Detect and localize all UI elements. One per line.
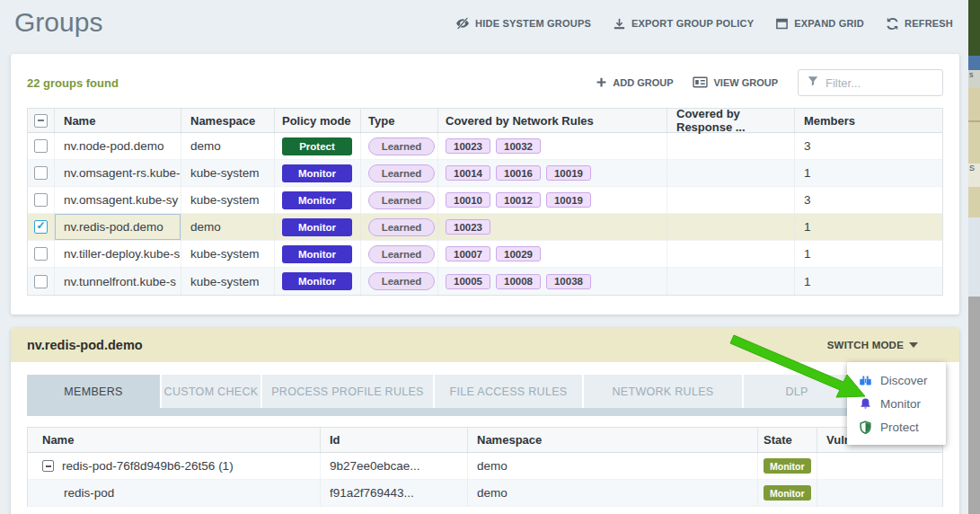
members-count: 3: [795, 133, 942, 159]
members-count: 1: [795, 160, 942, 186]
member-namespace: demo: [468, 480, 758, 506]
col-response-rules[interactable]: Covered by Response ...: [667, 109, 795, 132]
tab-strip: [27, 408, 943, 416]
member-id: f91a2f769443...: [321, 480, 468, 506]
col-member-namespace[interactable]: Namespace: [468, 428, 758, 452]
member-vulnerabilities: [817, 480, 942, 506]
group-namespace: demo: [181, 214, 275, 240]
member-row[interactable]: redis-pod f91a2f769443... demo Monitor: [28, 480, 942, 507]
response-rules-cell: [667, 160, 795, 186]
member-id: 9b27ee0ebcae...: [321, 453, 468, 479]
members-count: 3: [795, 187, 942, 213]
network-rule-chip: 10023: [446, 138, 490, 154]
select-all-checkbox[interactable]: [34, 114, 48, 128]
add-group-button[interactable]: ADD GROUP: [596, 76, 673, 90]
collapse-icon[interactable]: [42, 460, 54, 472]
chevron-down-icon: [909, 342, 918, 348]
switch-mode-menu: Discover Monitor Protect: [847, 362, 946, 445]
member-row[interactable]: redis-pod-76f8d949b6-26t56 (1) 9b27ee0eb…: [28, 453, 942, 480]
member-name: redis-pod-76f8d949b6-26t56 (1): [62, 459, 234, 473]
menu-item-monitor-label: Monitor: [880, 397, 921, 411]
col-network-rules[interactable]: Covered by Network Rules: [438, 109, 667, 132]
network-rule-chip: 10019: [546, 192, 591, 208]
col-type[interactable]: Type: [361, 109, 438, 132]
filter-input[interactable]: [825, 76, 934, 90]
tab-network-rules[interactable]: NETWORK RULES: [584, 375, 742, 408]
col-member-state[interactable]: State: [758, 428, 817, 452]
row-checkbox[interactable]: [34, 275, 48, 288]
hide-system-groups-button[interactable]: HIDE SYSTEM GROUPS: [455, 16, 591, 31]
table-row[interactable]: nv.node-pod.demo demo Protect Learned 10…: [28, 133, 942, 160]
response-rules-cell: [667, 241, 795, 267]
member-name: redis-pod: [64, 486, 114, 500]
network-rule-chip: 10016: [496, 165, 541, 181]
export-group-policy-button[interactable]: EXPORT GROUP POLICY: [613, 17, 754, 31]
bell-icon: [859, 397, 872, 411]
tab-members[interactable]: MEMBERS: [27, 375, 160, 408]
menu-item-monitor[interactable]: Monitor: [847, 392, 946, 415]
col-policy-mode[interactable]: Policy mode: [275, 109, 361, 132]
row-checkbox[interactable]: [34, 166, 48, 180]
policy-mode-badge: Monitor: [282, 245, 352, 263]
row-checkbox[interactable]: [34, 247, 48, 261]
table-row[interactable]: nv.omsagent-rs.kube- kube-system Monitor…: [28, 160, 942, 187]
tab-process-profile-rules[interactable]: PROCESS PROFILE RULES: [262, 375, 433, 408]
col-namespace[interactable]: Namespace: [181, 109, 275, 132]
policy-mode-badge: Monitor: [282, 218, 352, 236]
col-member-name[interactable]: Name: [28, 428, 321, 452]
menu-item-discover-label: Discover: [880, 374, 928, 387]
network-rule-chip: 10012: [496, 192, 541, 208]
row-checkbox-checked[interactable]: [34, 220, 48, 234]
row-checkbox[interactable]: [34, 139, 48, 153]
refresh-button[interactable]: REFRESH: [886, 17, 953, 31]
group-namespace: kube-system: [181, 268, 275, 295]
header-actions: HIDE SYSTEM GROUPS EXPORT GROUP POLICY E…: [455, 16, 953, 31]
groups-table: Name Namespace Policy mode Type Covered …: [27, 108, 943, 296]
switch-mode-button[interactable]: SWITCH MODE: [827, 340, 918, 350]
menu-item-protect-label: Protect: [880, 421, 919, 434]
col-member-id[interactable]: Id: [321, 428, 468, 452]
refresh-label: REFRESH: [905, 18, 953, 29]
network-rule-chip: 10010: [446, 192, 490, 208]
policy-mode-badge: Monitor: [282, 191, 352, 209]
expand-grid-button[interactable]: EXPAND GRID: [775, 17, 864, 31]
shield-icon: [859, 421, 872, 434]
group-namespace: demo: [181, 133, 275, 159]
col-name[interactable]: Name: [55, 109, 181, 132]
background-window-sliver: s S: [968, 0, 980, 514]
expand-grid-label: EXPAND GRID: [794, 18, 864, 29]
network-rule-chip: 10019: [546, 165, 591, 181]
group-name: nv.node-pod.demo: [55, 133, 181, 159]
table-row[interactable]: nv.omsagent.kube-sy kube-system Monitor …: [28, 187, 942, 214]
policy-mode-badge: Monitor: [282, 272, 352, 290]
menu-item-discover[interactable]: Discover: [847, 368, 946, 392]
col-members[interactable]: Members: [795, 109, 942, 132]
network-rule-chip: 10029: [496, 246, 541, 261]
menu-item-protect[interactable]: Protect: [847, 415, 946, 439]
members-count: 1: [795, 214, 942, 240]
row-checkbox[interactable]: [34, 193, 48, 207]
type-badge: Learned: [368, 191, 435, 209]
group-namespace: kube-system: [181, 160, 275, 186]
switch-mode-label: SWITCH MODE: [827, 340, 904, 350]
policy-mode-badge: Protect: [282, 137, 352, 155]
response-rules-cell: [667, 214, 795, 240]
hide-system-groups-label: HIDE SYSTEM GROUPS: [475, 18, 591, 29]
group-namespace: kube-system: [181, 187, 275, 213]
members-table-header: Name Id Namespace State Vulnerabilities: [28, 428, 942, 453]
plus-icon: [596, 76, 607, 90]
detail-panel-header: nv.redis-pod.demo SWITCH MODE: [11, 328, 959, 362]
tab-file-access-rules[interactable]: FILE ACCESS RULES: [435, 375, 582, 408]
table-row[interactable]: nv.tunnelfront.kube-s kube-system Monito…: [28, 268, 942, 295]
view-group-button[interactable]: VIEW GROUP: [693, 75, 778, 91]
group-detail-panel: nv.redis-pod.demo SWITCH MODE MEMBERS CU…: [11, 328, 959, 514]
page-title: Groups: [14, 7, 102, 38]
table-row[interactable]: nv.tiller-deploy.kube-s kube-system Moni…: [28, 241, 942, 268]
members-count: 1: [795, 241, 942, 267]
network-rule-chip: 10023: [446, 219, 490, 235]
tab-dlp[interactable]: DLP: [744, 375, 850, 408]
scrollbar[interactable]: [968, 297, 980, 514]
table-row-selected[interactable]: nv.redis-pod.demo demo Monitor Learned 1…: [28, 214, 942, 241]
response-rules-cell: [667, 187, 795, 213]
tab-custom-check[interactable]: CUSTOM CHECK: [162, 375, 260, 408]
